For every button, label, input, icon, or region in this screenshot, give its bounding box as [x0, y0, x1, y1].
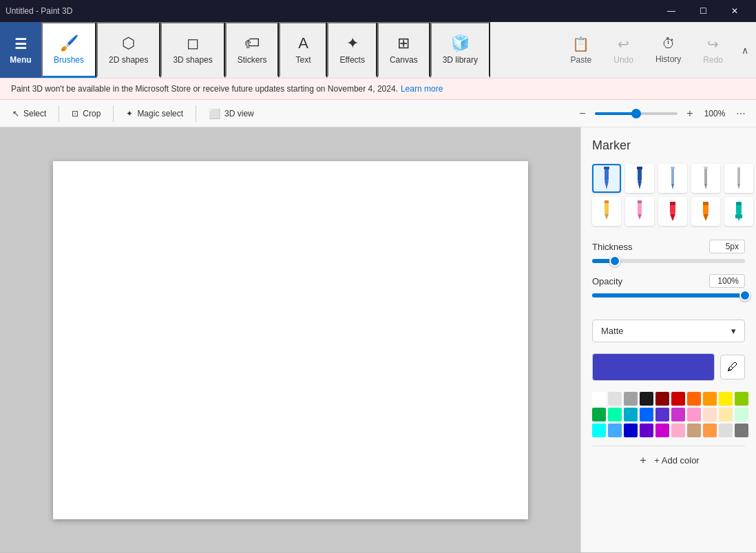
color-cell-13[interactable] [640, 408, 653, 421]
color-cell-6[interactable] [687, 392, 701, 406]
zoom-out-button[interactable]: − [574, 105, 591, 122]
color-cell-9[interactable] [735, 392, 748, 406]
brush-button-8[interactable] [691, 197, 720, 226]
brush-button-5[interactable] [592, 197, 621, 226]
ribbon-action-paste[interactable]: 📋Paste [560, 22, 603, 78]
ribbon-tab-text[interactable]: AText [279, 22, 327, 78]
zoom-slider[interactable] [595, 112, 678, 115]
material-dropdown[interactable]: Matte ▾ [592, 320, 745, 342]
ribbon-tab-2dshapes[interactable]: ⬡2D shapes [96, 22, 160, 78]
color-cell-27[interactable] [703, 424, 717, 437]
opacity-thumb[interactable] [739, 290, 750, 301]
opacity-value[interactable]: 100% [709, 274, 745, 288]
menu-button[interactable]: ☰ Menu [0, 22, 41, 78]
tab-icon-2dshapes: ⬡ [122, 34, 135, 52]
3d-view-label: 3D view [224, 109, 254, 118]
svg-marker-10 [704, 184, 707, 189]
svg-rect-18 [638, 200, 642, 203]
color-cell-11[interactable] [608, 408, 622, 421]
color-cell-20[interactable] [592, 424, 606, 437]
zoom-thumb[interactable] [631, 109, 641, 118]
color-cell-14[interactable] [655, 408, 669, 421]
color-cell-24[interactable] [655, 424, 669, 437]
color-cell-18[interactable] [719, 408, 733, 421]
color-cell-15[interactable] [671, 408, 685, 421]
opacity-slider[interactable] [592, 293, 745, 298]
color-cell-22[interactable] [624, 424, 638, 437]
color-cell-10[interactable] [592, 408, 606, 421]
action-icon-history: ⏱ [662, 36, 675, 52]
ribbon-tab-3dlibrary[interactable]: 🧊3D library [430, 22, 490, 78]
thickness-value[interactable]: 5px [709, 240, 745, 253]
color-swatch-row: 🖊 [592, 353, 745, 381]
color-cell-29[interactable] [735, 424, 748, 437]
color-cell-12[interactable] [624, 408, 638, 421]
tool-select-button[interactable]: ↖Select [6, 106, 53, 121]
notification-link[interactable]: Learn more [401, 84, 443, 94]
ribbon-tab-brushes[interactable]: 🖌️Brushes [41, 22, 96, 78]
color-cell-21[interactable] [608, 424, 622, 437]
brush-button-7[interactable] [658, 197, 687, 226]
zoom-in-button[interactable]: + [682, 105, 698, 122]
add-color-button[interactable]: ＋ + Add color [592, 446, 745, 474]
color-cell-7[interactable] [703, 392, 717, 406]
action-icon-undo: ↩ [618, 36, 629, 52]
active-color-swatch[interactable] [592, 353, 715, 381]
thickness-thumb[interactable] [609, 255, 620, 267]
3d-view-button[interactable]: ⬜ 3D view [202, 105, 261, 122]
opacity-fill [592, 293, 745, 298]
brush-button-9[interactable] [724, 197, 753, 226]
color-cell-8[interactable] [719, 392, 733, 406]
brush-button-1[interactable] [625, 164, 654, 193]
notification-bar: Paint 3D won't be available in the Micro… [0, 79, 756, 100]
menu-label: Menu [10, 55, 31, 65]
color-cell-23[interactable] [640, 424, 653, 437]
ribbon-action-history[interactable]: ⏱History [644, 22, 692, 78]
tool-magic-select-button[interactable]: ✦Magic select [119, 106, 190, 121]
spacer [592, 309, 745, 320]
brush-button-4[interactable] [724, 164, 753, 193]
color-cell-17[interactable] [703, 408, 717, 421]
svg-rect-12 [737, 167, 740, 184]
ribbon-tab-effects[interactable]: ✦Effects [327, 22, 377, 78]
ribbon-action-redo: ↪Redo [692, 22, 734, 78]
color-cell-19[interactable] [735, 408, 748, 421]
ribbon-actions: 📋Paste↩Undo⏱History↪Redo [560, 22, 734, 78]
canvas-area[interactable] [0, 127, 580, 552]
maximize-button[interactable]: ☐ [687, 0, 719, 22]
color-cell-2[interactable] [624, 392, 638, 406]
svg-marker-13 [737, 184, 740, 189]
action-icon-paste: 📋 [572, 36, 589, 52]
close-button[interactable]: ✕ [719, 0, 750, 22]
minimize-button[interactable]: — [655, 0, 687, 22]
color-cell-25[interactable] [671, 424, 685, 437]
tool-crop-button[interactable]: ⊡Crop [65, 106, 107, 121]
tab-icon-canvas: ⊞ [397, 34, 410, 52]
main-area: Marker Thickness 5px Opacity 100% [0, 127, 756, 552]
brush-button-3[interactable] [691, 164, 720, 193]
brush-button-0[interactable] [592, 164, 621, 193]
brush-button-6[interactable] [625, 197, 654, 226]
more-options-button[interactable]: ··· [731, 104, 750, 123]
svg-rect-29 [735, 214, 742, 218]
tab-icon-stickers: 🏷 [244, 34, 260, 52]
eyedropper-button[interactable]: 🖊 [720, 355, 745, 379]
color-cell-16[interactable] [687, 408, 701, 421]
brush-button-2[interactable] [658, 164, 687, 193]
panel-title: Marker [592, 138, 745, 153]
color-cell-28[interactable] [719, 424, 733, 437]
color-cell-0[interactable] [592, 392, 606, 406]
toolbar-tools: ↖Select⊡Crop✦Magic select [6, 105, 190, 122]
ribbon-tab-stickers[interactable]: 🏷Stickers [225, 22, 280, 78]
thickness-slider[interactable] [592, 259, 745, 263]
ribbon-collapse-button[interactable]: ∧ [734, 22, 756, 78]
drawing-canvas[interactable] [53, 161, 528, 519]
color-cell-4[interactable] [655, 392, 669, 406]
color-cell-26[interactable] [687, 424, 701, 437]
svg-marker-22 [670, 214, 675, 221]
color-cell-3[interactable] [640, 392, 653, 406]
ribbon-tab-3dshapes[interactable]: ◻3D shapes [160, 22, 224, 78]
color-cell-1[interactable] [608, 392, 622, 406]
color-cell-5[interactable] [671, 392, 685, 406]
ribbon-tab-canvas[interactable]: ⊞Canvas [377, 22, 430, 78]
